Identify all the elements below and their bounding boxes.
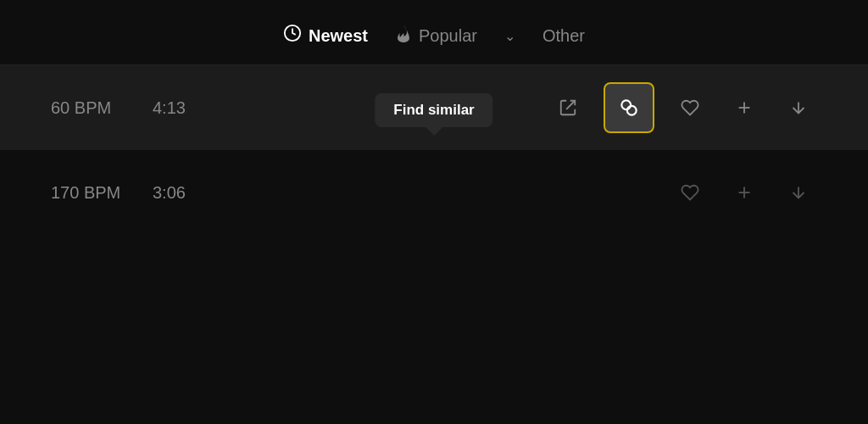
newest-nav-item[interactable]: Newest bbox=[283, 24, 368, 47]
tooltip-container: Find similar bbox=[375, 93, 492, 136]
popular-label: Popular bbox=[419, 26, 477, 46]
find-similar-tooltip: Find similar bbox=[375, 93, 492, 127]
track-actions bbox=[671, 174, 817, 211]
popular-nav-item[interactable]: Popular bbox=[395, 24, 477, 47]
svg-line-1 bbox=[566, 101, 575, 109]
popular-chevron-icon[interactable]: ⌄ bbox=[504, 28, 515, 44]
track-bpm: 170 BPM bbox=[51, 183, 153, 203]
download-button[interactable] bbox=[780, 174, 817, 211]
add-button[interactable] bbox=[726, 89, 763, 126]
favorite-button[interactable] bbox=[671, 174, 709, 211]
svg-point-2 bbox=[621, 100, 631, 109]
track-duration: 4:13 bbox=[153, 98, 220, 118]
track-bpm: 60 BPM bbox=[51, 98, 153, 118]
tooltip-arrow bbox=[426, 127, 442, 136]
other-nav-item[interactable]: Other bbox=[542, 26, 585, 46]
track-duration: 3:06 bbox=[153, 183, 220, 203]
find-similar-button[interactable] bbox=[604, 82, 654, 133]
track-actions bbox=[549, 82, 817, 133]
add-button[interactable] bbox=[726, 174, 763, 211]
download-button[interactable] bbox=[780, 89, 817, 126]
clock-icon bbox=[283, 24, 302, 47]
fire-icon bbox=[395, 24, 412, 47]
favorite-button[interactable] bbox=[671, 89, 709, 126]
top-navigation: Newest Popular ⌄ Other bbox=[0, 0, 868, 64]
newest-label: Newest bbox=[309, 26, 368, 46]
track-row: 170 BPM 3:06 bbox=[0, 150, 868, 235]
share-button[interactable] bbox=[549, 89, 587, 126]
svg-point-3 bbox=[627, 106, 637, 115]
